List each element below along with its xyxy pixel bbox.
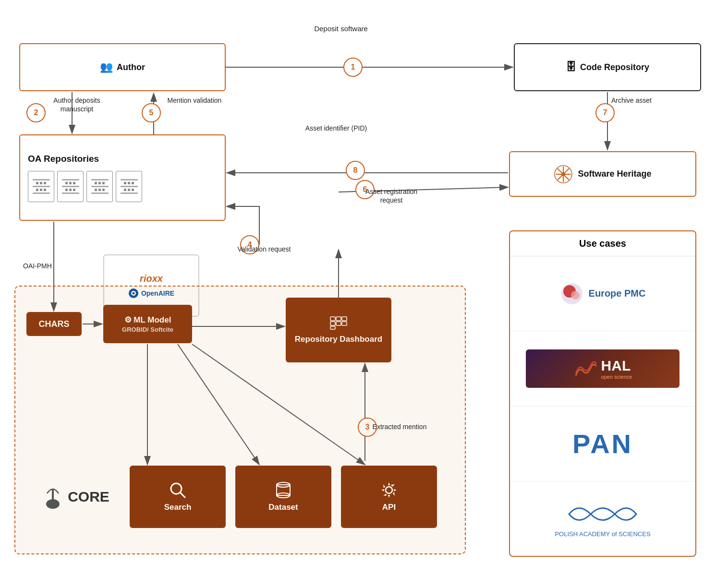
- step-7: 7: [595, 103, 615, 122]
- hal-wave-icon: [573, 357, 597, 381]
- search-box: Search: [130, 466, 226, 528]
- hal-text-group: HAL open science: [601, 358, 632, 380]
- author-label: Author: [117, 62, 145, 72]
- code-repo-label: Code Repository: [580, 62, 649, 72]
- extracted-mention-label: Extracted mention: [371, 422, 428, 431]
- hal-item: HAL open science: [510, 331, 695, 406]
- oai-pmh-label: OAI-PMH: [23, 262, 52, 270]
- use-cases-title: Use cases: [510, 231, 695, 256]
- svg-point-41: [386, 487, 392, 493]
- step-8: 8: [346, 161, 365, 180]
- oa-repositories-box: OA Repositories: [19, 134, 226, 221]
- polish-academy-item: POLISH ACADEMY of SCIENCES: [510, 481, 695, 556]
- server-2: [57, 171, 84, 202]
- software-heritage-label: Software Heritage: [578, 169, 651, 179]
- asset-registration-label: Asset registration request: [360, 187, 423, 204]
- server-3: [86, 171, 113, 202]
- europe-pmc-label: Europe PMC: [589, 288, 646, 299]
- software-heritage-icon: [554, 165, 573, 184]
- author-box: 👥 Author: [19, 43, 226, 91]
- pan-label: PAN: [572, 428, 633, 459]
- core-label: CORE: [68, 489, 109, 505]
- deposit-software-label: Deposit software: [312, 24, 370, 34]
- server-4: [116, 171, 142, 202]
- step-5: 5: [142, 103, 161, 122]
- author-deposits-label: Author deposits manuscript: [46, 96, 108, 113]
- core-icon: [42, 484, 64, 510]
- use-cases-panel: Use cases Europe PMC HAL: [509, 230, 696, 557]
- polish-academy-group: POLISH ACADEMY of SCIENCES: [555, 500, 650, 538]
- polish-academy-label: POLISH ACADEMY of SCIENCES: [555, 530, 650, 538]
- diagram-container: 1 2 3 4 5 6 7 8 👥 Author 🗄 Code Reposito…: [0, 0, 728, 576]
- europe-pmc-logo: Europe PMC: [560, 282, 646, 306]
- code-repository-box: 🗄 Code Repository: [514, 43, 701, 91]
- europe-pmc-icon: [560, 282, 584, 306]
- polish-academy-icon: [559, 500, 646, 528]
- archive-asset-label: Archive asset: [605, 96, 658, 105]
- validation-request-label: Validation request: [235, 245, 293, 253]
- hal-label: HAL: [601, 358, 631, 373]
- step-2: 2: [26, 103, 46, 122]
- svg-rect-35: [52, 489, 54, 503]
- core-box: CORE: [23, 466, 129, 528]
- dataset-icon: [276, 481, 291, 499]
- svg-point-22: [561, 172, 565, 176]
- asset-identifier-label: Asset identifier (PID): [288, 124, 384, 132]
- svg-line-37: [180, 492, 185, 497]
- svg-point-44: [571, 291, 580, 300]
- oa-repos-title: OA Repositories: [28, 154, 99, 164]
- pan-item: PAN: [510, 407, 695, 481]
- svg-marker-0: [0, 0, 5, 3]
- step-1: 1: [343, 58, 363, 77]
- svg-marker-1: [0, 0, 5, 3]
- dataset-label: Dataset: [268, 503, 298, 512]
- api-label: API: [382, 503, 396, 512]
- rioxx-label: rioxx: [140, 273, 163, 284]
- hal-subtitle: open science: [601, 374, 632, 380]
- api-box: API: [341, 466, 437, 528]
- search-icon: [169, 481, 186, 499]
- api-icon: [380, 481, 398, 499]
- dataset-box: Dataset: [235, 466, 331, 528]
- server-stack: [28, 171, 142, 202]
- search-label: Search: [164, 503, 192, 512]
- server-1: [28, 171, 54, 202]
- europe-pmc-item: Europe PMC: [510, 256, 695, 331]
- hal-banner: HAL open science: [526, 349, 679, 388]
- mention-validation-label: Mention validation: [163, 96, 226, 105]
- software-heritage-box: Software Heritage: [509, 151, 696, 197]
